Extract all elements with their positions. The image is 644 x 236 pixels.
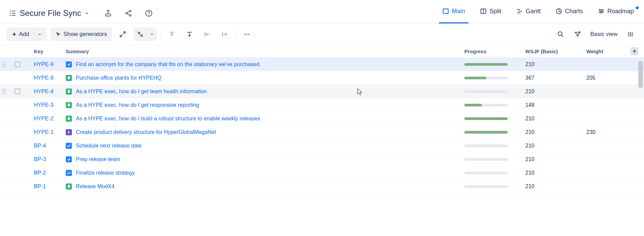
- wsjf-value: 210: [525, 129, 586, 135]
- tab-main[interactable]: Main: [439, 3, 468, 23]
- wsjf-value: 210: [525, 61, 586, 67]
- issue-key[interactable]: HYPE-3: [25, 102, 66, 108]
- issue-key[interactable]: BP-1: [25, 183, 66, 190]
- tab-gantt[interactable]: Gantt: [513, 3, 544, 23]
- table-row[interactable]: HYPE-8Purchase office plants for HYPEHQ3…: [0, 71, 644, 85]
- wsjf-value: 148: [525, 102, 586, 108]
- drag-handle-icon[interactable]: [0, 61, 9, 67]
- col-key[interactable]: Key: [25, 48, 66, 54]
- task-icon: [66, 170, 72, 176]
- structure-icon: [9, 9, 16, 17]
- task-icon: [66, 143, 72, 149]
- svg-point-41: [244, 34, 245, 35]
- issue-summary[interactable]: Purchase office plants for HYPEHQ: [76, 75, 161, 81]
- issue-key[interactable]: BP-2: [25, 170, 66, 176]
- svg-point-52: [3, 62, 4, 63]
- issue-summary[interactable]: As a HYPE exec, how do I build a robust …: [76, 116, 260, 122]
- vertical-scrollbar[interactable]: [638, 61, 643, 193]
- issue-summary[interactable]: As a HYPE exec, how do I get responsive …: [76, 102, 199, 108]
- tab-main-label: Main: [452, 8, 465, 15]
- story-icon: [66, 116, 72, 122]
- table-row[interactable]: BP-2Finalize release strategy210: [0, 166, 644, 180]
- table-row[interactable]: BP-1Release ModX4210: [0, 180, 644, 193]
- issue-summary[interactable]: Create product delivery structure for Hy…: [76, 129, 216, 135]
- progress-bar: [464, 144, 508, 147]
- tab-roadmap[interactable]: Roadmap: [595, 3, 637, 23]
- svg-point-55: [5, 64, 6, 65]
- issue-key[interactable]: BP-4: [25, 143, 66, 149]
- issue-key[interactable]: HYPE-8: [25, 75, 66, 81]
- issue-key[interactable]: HYPE-2: [25, 116, 66, 122]
- issue-summary[interactable]: Finalize release strategy: [76, 170, 135, 176]
- view-tabs: Main Split Gantt Charts Roadmap: [439, 3, 637, 23]
- drag-handle-icon[interactable]: [0, 88, 9, 95]
- svg-point-67: [5, 91, 6, 92]
- row-checkbox[interactable]: [15, 61, 20, 67]
- wsjf-value: 210: [525, 116, 586, 122]
- col-wsjf[interactable]: WSJF (Basic): [525, 48, 586, 54]
- share-button[interactable]: [122, 6, 135, 20]
- wsjf-value: 210: [525, 183, 586, 190]
- col-summary[interactable]: Summary: [66, 48, 464, 54]
- weight-value: 205: [586, 75, 630, 81]
- table-row[interactable]: HYPE-4As a HYPE exec, how do I get team …: [0, 85, 644, 98]
- wsjf-value: 210: [525, 88, 586, 95]
- help-button[interactable]: [142, 6, 156, 20]
- add-button[interactable]: Add: [7, 27, 34, 41]
- row-checkbox[interactable]: [15, 88, 20, 94]
- story-icon: [66, 183, 72, 190]
- scrollbar-thumb[interactable]: [638, 61, 643, 88]
- show-generators-button[interactable]: Show generators: [51, 27, 112, 41]
- search-button[interactable]: [554, 27, 567, 41]
- weight-value: 230: [586, 129, 630, 135]
- table-row[interactable]: HYPE-2As a HYPE exec, how do I build a r…: [0, 112, 644, 125]
- issue-key[interactable]: HYPE-4: [25, 88, 66, 95]
- svg-line-11: [127, 13, 130, 15]
- table-row[interactable]: HYPE-1Create product delivery structure …: [0, 125, 644, 139]
- outdent-button[interactable]: [200, 27, 214, 41]
- filter-button[interactable]: [571, 27, 584, 41]
- expand-all-button[interactable]: [116, 27, 129, 41]
- svg-point-13: [149, 15, 149, 15]
- table-row[interactable]: BP-4Schedule next release date210: [0, 139, 644, 153]
- move-down-button[interactable]: [183, 27, 196, 41]
- collapse-all-button[interactable]: [134, 27, 147, 41]
- col-weight[interactable]: Weight: [586, 48, 630, 54]
- add-dropdown[interactable]: [35, 27, 46, 41]
- svg-point-64: [3, 89, 4, 90]
- indent-button[interactable]: [218, 27, 232, 41]
- col-progress[interactable]: Progress: [464, 48, 525, 54]
- issue-summary[interactable]: Prep release team: [76, 156, 120, 162]
- svg-point-43: [248, 34, 249, 35]
- progress-bar: [464, 117, 508, 120]
- toolbar-separator: [236, 29, 236, 40]
- collapse-dropdown[interactable]: [147, 27, 157, 41]
- project-selector[interactable]: Secure File Sync: [7, 6, 91, 20]
- issue-summary[interactable]: Find an acronym for the company that fit…: [76, 61, 261, 67]
- progress-bar: [464, 158, 508, 161]
- task-icon: [66, 61, 72, 67]
- toolbar-separator: [161, 29, 161, 40]
- grid-body: HYPE-9Find an acronym for the company th…: [0, 58, 644, 193]
- view-name[interactable]: Basic view: [588, 31, 620, 38]
- wsjf-value: 210: [525, 143, 586, 149]
- add-column-button[interactable]: [630, 47, 639, 55]
- table-row[interactable]: HYPE-9Find an acronym for the company th…: [0, 58, 644, 71]
- tab-charts[interactable]: Charts: [552, 3, 586, 23]
- move-up-button[interactable]: [165, 27, 179, 41]
- issue-summary[interactable]: Schedule next release date: [76, 143, 142, 149]
- issue-key[interactable]: HYPE-9: [25, 61, 66, 67]
- columns-button[interactable]: [624, 27, 637, 41]
- issue-summary[interactable]: Release ModX4: [76, 183, 115, 190]
- issue-key[interactable]: BP-3: [25, 156, 66, 162]
- tab-split[interactable]: Split: [477, 3, 505, 23]
- svg-point-44: [558, 32, 562, 36]
- issue-key[interactable]: HYPE-1: [25, 129, 66, 135]
- more-actions-button[interactable]: [240, 27, 254, 41]
- export-button[interactable]: [101, 6, 115, 20]
- table-row[interactable]: BP-3Prep release team210: [0, 153, 644, 166]
- toolbar: Add Show generators: [0, 24, 644, 45]
- table-row[interactable]: HYPE-3As a HYPE exec, how do I get respo…: [0, 98, 644, 112]
- issue-summary[interactable]: As a HYPE exec, how do I get team health…: [76, 88, 207, 95]
- progress-bar: [464, 172, 508, 174]
